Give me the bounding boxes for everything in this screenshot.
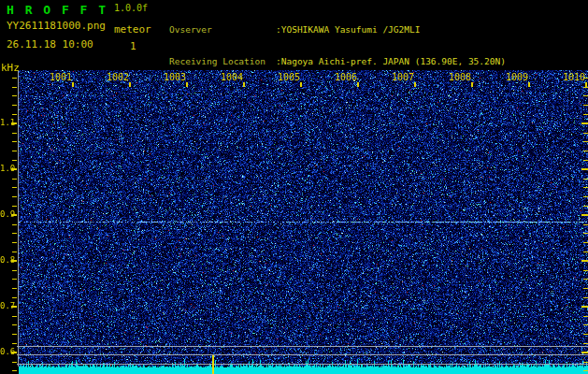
hrofft-output: { "header": { "title": "H R O F F T", "v…: [0, 0, 588, 374]
time-label: 1002: [101, 72, 129, 82]
freq-major-tick-right: [581, 214, 588, 216]
freq-minor-tick-right: [583, 288, 588, 289]
freq-minor-tick-right: [583, 297, 588, 298]
screen: H R O F F T 1.0.0f YY2611181000.png mete…: [0, 0, 588, 374]
time-label: 1007: [386, 72, 414, 82]
observer-value: :YOSHIKAWA Yasufumi /JG2MLI: [276, 24, 420, 35]
time-tick: [186, 82, 188, 87]
freq-minor-tick-right: [583, 362, 588, 363]
observer-label: Receiving Location: [169, 56, 276, 66]
freq-minor-tick-right: [583, 160, 588, 161]
freq-minor-tick: [12, 316, 17, 317]
output-filename: YY2611181000.png: [7, 20, 106, 32]
freq-major-tick-right: [581, 306, 588, 308]
level-reference-line: [17, 346, 588, 347]
freq-minor-tick-right: [583, 242, 588, 243]
freq-minor-tick-right: [583, 196, 588, 197]
time-tick: [471, 82, 473, 87]
time-label: 1005: [272, 72, 300, 82]
freq-unit-label: kHz: [1, 62, 20, 74]
freq-minor-tick-right: [583, 233, 588, 234]
freq-minor-tick: [12, 362, 17, 363]
mode-label: meteor: [114, 23, 151, 36]
freq-minor-tick-right: [583, 133, 588, 134]
freq-major-tick-right: [581, 168, 588, 170]
time-label: 1001: [44, 72, 72, 82]
freq-minor-tick-right: [583, 334, 588, 335]
observer-value: :Nagoya Aichi-pref. JAPAN (136.90E, 35.2…: [276, 56, 506, 66]
observation-datetime: 26.11.18 10:00: [7, 38, 93, 50]
channel-number: 1: [130, 40, 136, 52]
level-reference-line: [17, 354, 588, 355]
observer-row: Receiving Location:Nagoya Aichi-pref. JA…: [169, 56, 506, 66]
freq-minor-tick-right: [583, 206, 588, 207]
app-title: H R O F F T: [7, 3, 108, 17]
observer-row: Ovserver:YOSHIKAWA Yasufumi /JG2MLI: [169, 24, 506, 35]
event-marker: [212, 355, 214, 374]
freq-minor-tick-right: [583, 187, 588, 188]
freq-minor-tick: [12, 370, 17, 371]
freq-minor-tick: [12, 151, 17, 151]
freq-minor-tick-right: [583, 270, 588, 271]
observer-label: Ovserver: [169, 24, 276, 35]
freq-minor-tick: [12, 242, 17, 243]
time-label: 1008: [443, 72, 471, 82]
freq-major-tick: [11, 352, 17, 353]
freq-major-tick: [11, 260, 17, 262]
time-label: 1010: [557, 72, 585, 82]
time-tick: [357, 82, 359, 87]
freq-minor-tick-right: [583, 343, 588, 344]
freq-major-tick: [11, 122, 17, 124]
freq-minor-tick-right: [583, 179, 588, 180]
freq-major-tick-right: [581, 122, 588, 124]
time-label: 1009: [500, 72, 528, 82]
freq-major-tick-right: [581, 260, 588, 262]
time-label: 1004: [215, 72, 243, 82]
freq-minor-tick: [12, 233, 17, 234]
freq-minor-tick: [12, 196, 17, 197]
freq-minor-tick: [12, 288, 17, 289]
spectrogram-canvas: [19, 70, 588, 374]
freq-minor-tick: [12, 279, 17, 280]
freq-minor-tick-right: [583, 316, 588, 317]
freq-minor-tick: [12, 270, 17, 271]
time-tick: [414, 82, 416, 87]
freq-minor-tick-right: [583, 324, 588, 325]
freq-minor-tick: [12, 334, 17, 335]
freq-major-tick: [11, 306, 17, 308]
time-label: 1006: [329, 72, 357, 82]
freq-minor-tick: [12, 87, 17, 88]
freq-minor-tick: [12, 179, 17, 180]
freq-minor-tick: [12, 187, 17, 188]
freq-axis-line: [18, 70, 19, 367]
time-tick: [528, 82, 530, 87]
time-label: 1003: [158, 72, 186, 82]
time-tick: [585, 82, 587, 87]
freq-minor-tick: [12, 78, 17, 79]
freq-minor-tick-right: [583, 141, 588, 142]
freq-minor-tick: [12, 133, 17, 134]
freq-minor-tick: [12, 297, 17, 298]
freq-minor-tick: [12, 160, 17, 161]
freq-minor-tick-right: [583, 370, 588, 371]
time-tick: [129, 82, 131, 87]
freq-minor-tick-right: [583, 252, 588, 252]
time-tick: [300, 82, 302, 87]
freq-minor-tick-right: [583, 95, 588, 96]
freq-minor-tick: [12, 114, 17, 115]
freq-minor-tick-right: [583, 114, 588, 115]
freq-minor-tick: [12, 206, 17, 207]
freq-minor-tick-right: [583, 224, 588, 225]
freq-minor-tick: [12, 224, 17, 225]
time-tick: [72, 82, 74, 87]
freq-minor-tick: [12, 141, 17, 142]
freq-minor-tick-right: [583, 105, 588, 106]
freq-major-tick-right: [581, 352, 588, 353]
freq-minor-tick-right: [583, 151, 588, 151]
freq-minor-tick: [12, 95, 17, 96]
freq-minor-tick: [12, 324, 17, 325]
app-version: 1.0.0f: [114, 3, 148, 13]
freq-major-tick: [11, 214, 17, 216]
freq-minor-tick: [12, 343, 17, 344]
freq-minor-tick: [12, 252, 17, 252]
